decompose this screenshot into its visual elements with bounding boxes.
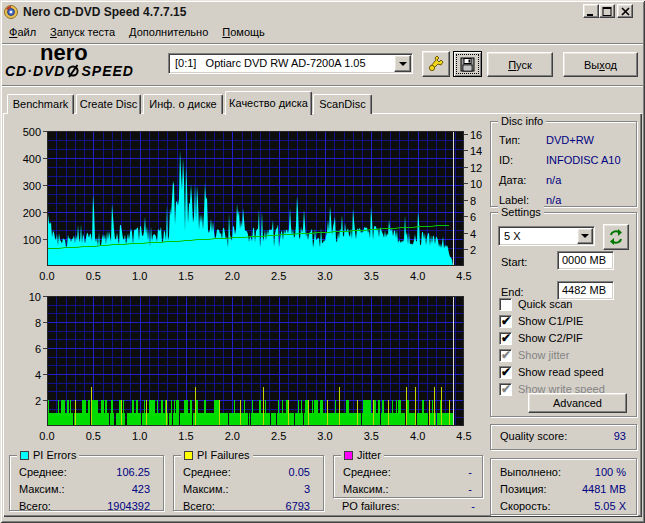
nero-logo: nero	[40, 44, 88, 61]
start-field-label: Start:	[501, 256, 527, 268]
speed-select[interactable]: 5 X	[498, 226, 595, 246]
checkbox-show-c2-pif[interactable]: ✔	[499, 332, 512, 345]
save-selection-marquee	[456, 54, 479, 74]
svg-text:4: 4	[35, 369, 41, 381]
checkbox-quick-scan[interactable]	[499, 298, 512, 311]
svg-text:16: 16	[470, 129, 482, 141]
svg-text:200: 200	[23, 207, 41, 219]
checkbox-show-write-speed[interactable]: ✔	[499, 383, 512, 396]
nero-logo-sub: CD·DVD SPEED	[5, 63, 134, 79]
tab-качество-диска[interactable]: Качество диска	[225, 91, 312, 115]
start-field[interactable]: 0000 MB	[557, 251, 614, 270]
tab-инф-о-диске[interactable]: Инф. о диске	[143, 94, 223, 114]
svg-text:10: 10	[470, 178, 482, 190]
info-row: ID:INFODISC A10	[499, 154, 632, 167]
start-field-value: 0000 MB	[562, 254, 606, 266]
pie-errors-chart: 1002003004005002468101214160.00.51.01.52…	[10, 118, 482, 282]
stat-title: Jitter	[341, 449, 384, 461]
svg-text:0.0: 0.0	[39, 430, 54, 442]
disc-glyph	[66, 64, 80, 78]
save-button[interactable]	[453, 51, 482, 77]
stat-title: PI Errors	[17, 449, 79, 461]
end-field-value: 4482 MB	[562, 284, 606, 296]
checkbox-show-jitter[interactable]: ✔	[499, 349, 512, 362]
minimize-button[interactable]	[583, 4, 599, 18]
info-row: Всего:1904392	[19, 500, 150, 513]
quality-score-label: Quality score:	[500, 430, 567, 442]
tab-benchmark[interactable]: Benchmark	[7, 94, 74, 114]
info-row: Позиция:4481 MB	[500, 483, 626, 496]
svg-text:2: 2	[35, 395, 41, 407]
advanced-button-label: Advanced	[553, 397, 602, 409]
svg-text:2.5: 2.5	[271, 270, 286, 282]
svg-text:3.5: 3.5	[364, 270, 379, 282]
svg-text:0.5: 0.5	[86, 430, 101, 442]
svg-text:2.0: 2.0	[225, 430, 240, 442]
svg-text:2.5: 2.5	[271, 430, 286, 442]
exit-button[interactable]: Выход	[563, 52, 638, 77]
pi-failures-group: PI FailuresСреднее:0.05Максим.:3Всего:67…	[173, 455, 324, 511]
info-row: Максим.:-	[343, 483, 472, 496]
maximize-button[interactable]	[599, 4, 615, 18]
svg-text:3.0: 3.0	[317, 270, 332, 282]
settings-group: Settings 5 X Start: 0000 MB End: 4482 MB…	[490, 212, 637, 417]
menu-item-2[interactable]: Дополнительно	[122, 23, 215, 41]
checkbox-label: Quick scan	[518, 298, 572, 310]
svg-text:4: 4	[470, 228, 476, 240]
quality-score-panel: Quality score: 93	[490, 424, 637, 450]
info-row: Дата:n/a	[499, 174, 632, 187]
refresh-button[interactable]	[603, 224, 629, 250]
info-row: Выполнено:100 %	[500, 466, 626, 479]
checkbox-show-read-speed[interactable]: ✔	[499, 366, 512, 379]
chevron-down-icon	[581, 234, 589, 242]
advanced-button[interactable]: Advanced	[528, 393, 627, 413]
checkbox-show-c1-pie[interactable]: ✔	[499, 315, 512, 328]
menu-item-0[interactable]: Файл	[2, 23, 43, 41]
svg-text:300: 300	[23, 180, 41, 192]
svg-text:4.0: 4.0	[410, 270, 425, 282]
info-row: Максим.:423	[19, 483, 150, 496]
disc-info-group: Disc info Тип:DVD+RWID:INFODISC A10Дата:…	[490, 121, 637, 207]
speed-select-value: 5 X	[504, 230, 521, 242]
separator	[2, 43, 643, 45]
app-icon	[4, 5, 18, 19]
eject-tools-button[interactable]	[422, 51, 450, 77]
info-row: Всего:6793	[183, 500, 310, 513]
pi-errors-group: PI ErrorsСреднее:106.25Максим.:423Всего:…	[9, 455, 164, 511]
svg-text:100: 100	[23, 234, 41, 246]
close-button[interactable]	[617, 4, 633, 18]
progress-panel: Выполнено:100 %Позиция:4481 MBСкорость:5…	[490, 458, 637, 515]
svg-text:6: 6	[470, 211, 476, 223]
end-field-label: End:	[501, 286, 524, 298]
speed-select-dropdown[interactable]	[577, 228, 593, 244]
drive-select-dropdown[interactable]	[394, 55, 411, 72]
svg-text:4.5: 4.5	[456, 430, 471, 442]
info-row: Скорость:5.05 X	[500, 500, 626, 513]
checkbox-label: Show C2/PIF	[518, 332, 583, 344]
info-row: Среднее:0.05	[183, 466, 310, 479]
svg-text:12: 12	[470, 162, 482, 174]
svg-text:2.0: 2.0	[225, 270, 240, 282]
checkbox-label: Show C1/PIE	[518, 315, 583, 327]
tools-icon	[427, 55, 445, 73]
stat-title: PI Failures	[181, 449, 253, 461]
info-row: Среднее:-	[343, 466, 472, 479]
svg-text:6: 6	[35, 343, 41, 355]
app-window: Nero CD-DVD Speed 4.7.7.15 ФайлЗапуск те…	[0, 0, 645, 523]
refresh-icon	[608, 229, 624, 245]
tab-scandisc[interactable]: ScanDisc	[313, 94, 372, 114]
po-failures-row: PO failures:-	[342, 500, 475, 513]
chevron-down-icon	[399, 62, 407, 70]
legend-swatch-icon	[184, 451, 193, 460]
info-row: Среднее:106.25	[19, 466, 150, 479]
svg-text:4.5: 4.5	[456, 270, 471, 282]
info-row: Тип:DVD+RW	[499, 134, 632, 147]
menu-item-1[interactable]: Запуск теста	[43, 23, 122, 41]
drive-select[interactable]: [0:1] Optiarc DVD RW AD-7200A 1.05	[168, 53, 413, 74]
start-button[interactable]: Пуск	[487, 52, 553, 77]
tab-create-disc[interactable]: Create Disc	[76, 94, 141, 114]
window-title: Nero CD-DVD Speed 4.7.7.15	[23, 5, 186, 19]
menu-item-3[interactable]: Помощь	[215, 23, 272, 41]
checkbox-label: Show jitter	[518, 349, 569, 361]
svg-text:3.0: 3.0	[317, 430, 332, 442]
